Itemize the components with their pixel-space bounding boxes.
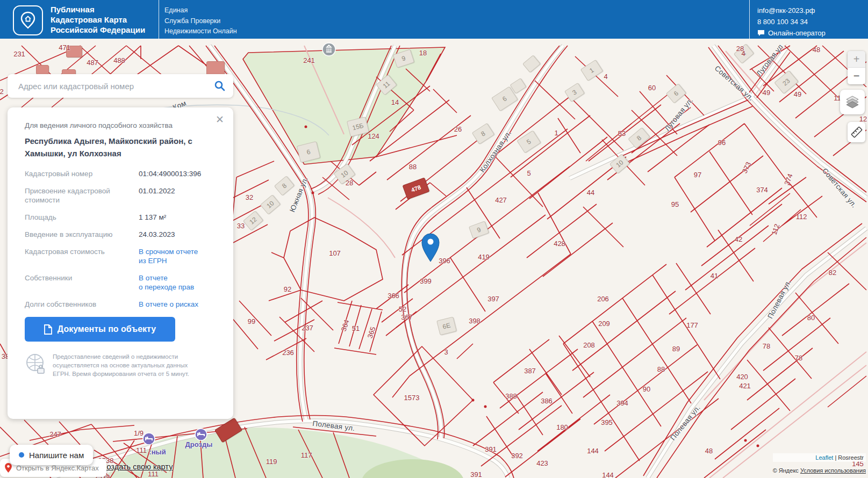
- document-icon: [44, 324, 52, 335]
- field-value: 01:04:4900013:396: [139, 169, 216, 178]
- field-label: Кадастровый номер: [25, 169, 130, 178]
- rosreestr-note-icon: [25, 352, 46, 376]
- card-field-row: Долги собственниковВ отчете о рисках: [25, 300, 216, 309]
- card-field-row: Введение в эксплуатацию24.03.2023: [25, 230, 216, 239]
- location-marker-icon: [420, 233, 441, 264]
- parcel-address: Республика Адыгея, Майкопский район, с Х…: [25, 135, 216, 160]
- yandex-copyright: © Яндекс: [773, 467, 799, 474]
- zoom-out-button[interactable]: −: [848, 68, 865, 84]
- field-label: Собственники: [25, 273, 130, 292]
- egrn-note: Предоставление сведений о недвижимости о…: [25, 352, 216, 378]
- app-title: Публичная Кадастровая Карта Российской Ф…: [51, 4, 145, 35]
- field-label: Долги собственников: [25, 300, 130, 309]
- ruler-icon: [850, 126, 863, 139]
- close-icon[interactable]: ✕: [214, 114, 226, 126]
- parcel-category: Для ведения личного подсобного хозяйства: [25, 121, 216, 129]
- egrn-note-text: Предоставление сведений о недвижимости о…: [53, 352, 189, 378]
- contact-email[interactable]: info@пкк-2023.рф: [757, 5, 826, 16]
- layers-button[interactable]: [840, 90, 865, 114]
- map-attribution: Leaflet | Rosreestr © Яндекс Условия исп…: [773, 453, 866, 474]
- documents-button-label: Документы по объекту: [58, 324, 156, 334]
- operator-label: Онлайн-оператор: [768, 27, 826, 39]
- field-label: Введение в эксплуатацию: [25, 230, 130, 239]
- field-value-link[interactable]: В отчете о рисках: [139, 300, 216, 309]
- field-value: 1 137 м²: [139, 213, 216, 222]
- card-field-row: СобственникиВ отчете о переходе прав: [25, 273, 216, 292]
- field-value: 24.03.2023: [139, 230, 216, 239]
- card-fields: Кадастровый номер01:04:4900013:396Присво…: [25, 169, 216, 309]
- field-value: 01.01.2022: [139, 186, 216, 205]
- attrib-separator: |: [833, 454, 838, 461]
- online-operator[interactable]: Онлайн-оператор: [757, 27, 826, 39]
- zoom-control: + −: [848, 51, 865, 84]
- yandex-terms-link[interactable]: Условия использования: [800, 467, 866, 474]
- header: Публичная Кадастровая Карта Российской Ф…: [0, 0, 868, 39]
- zoom-in-button[interactable]: +: [848, 51, 865, 68]
- search-icon[interactable]: [214, 80, 226, 92]
- card-field-row: Кадастровая стоимостьВ срочном отчете из…: [25, 247, 216, 265]
- leaflet-link[interactable]: Leaflet: [815, 454, 833, 461]
- header-contacts: info@пкк-2023.рф 8 800 100 34 34 Онлайн-…: [757, 5, 826, 39]
- write-us-label: Напишите нам: [29, 451, 84, 460]
- field-label: Присвоение кадастровой стоимости: [25, 186, 130, 205]
- header-divider: [159, 0, 159, 39]
- field-value-link[interactable]: В отчете о переходе прав: [139, 273, 216, 292]
- app-subtitle: Единая Служба Проверки Недвижимости Онла…: [164, 5, 237, 37]
- chat-icon: [757, 30, 765, 37]
- card-field-row: Площадь1 137 м²: [25, 213, 216, 222]
- yandex-pin-icon: [4, 462, 12, 473]
- search-bar: [8, 74, 233, 98]
- layers-icon: [845, 95, 860, 109]
- rosreestr-label: Rosreestr: [838, 454, 864, 461]
- documents-button[interactable]: Документы по объекту: [25, 317, 175, 342]
- field-label: Площадь: [25, 213, 130, 222]
- ruler-button[interactable]: [848, 122, 865, 142]
- app: 91115Б681010126851368102346Е9478 2314714…: [0, 0, 868, 478]
- contact-phone[interactable]: 8 800 100 34 34: [757, 16, 826, 27]
- card-field-row: Кадастровый номер01:04:4900013:396: [25, 169, 216, 178]
- create-map-link[interactable]: Создать свою карту: [101, 462, 173, 471]
- parcel-info-card: ✕ Для ведения личного подсобного хозяйст…: [8, 107, 233, 419]
- map-pin-logo-icon: [20, 11, 36, 30]
- header-divider-right: [749, 0, 750, 39]
- logo[interactable]: [13, 5, 43, 35]
- field-label: Кадастровая стоимость: [25, 247, 130, 265]
- status-dot-icon: [19, 452, 24, 458]
- field-value-link[interactable]: В срочном отчете из ЕГРН: [139, 247, 216, 265]
- card-field-row: Присвоение кадастровой стоимости01.01.20…: [25, 186, 216, 205]
- write-us-button[interactable]: Напишите нам: [10, 445, 93, 465]
- search-input[interactable]: [17, 81, 214, 91]
